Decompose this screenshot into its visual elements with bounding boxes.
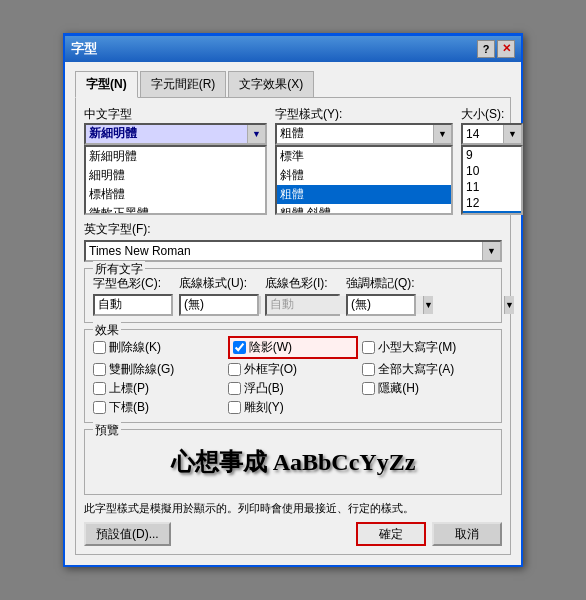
help-button[interactable]: ? — [477, 40, 495, 58]
shadow-checkbox-item[interactable]: 陰影(W) — [228, 336, 359, 359]
english-font-label: 英文字型(F): — [84, 221, 502, 238]
emphasis-input[interactable] — [348, 296, 504, 314]
size-option-14[interactable]: 14 — [463, 211, 521, 215]
ok-button[interactable]: 確定 — [356, 522, 426, 546]
emphasis-dropdown-btn[interactable]: ▼ — [504, 296, 514, 314]
chinese-font-combo[interactable]: ▼ — [84, 123, 267, 145]
emboss-checkbox-item[interactable]: 浮凸(B) — [228, 380, 359, 397]
strikethrough-checkbox[interactable] — [93, 341, 106, 354]
font-size-label: 大小(S): — [461, 107, 504, 121]
emphasis-combo[interactable]: ▼ — [346, 294, 416, 316]
cancel-button[interactable]: 取消 — [432, 522, 502, 546]
chinese-font-option[interactable]: 標楷體 — [86, 185, 265, 204]
engrave-label: 雕刻(Y) — [244, 399, 284, 416]
small-caps-checkbox-item[interactable]: 小型大寫字(M) — [362, 336, 493, 359]
font-style-combo[interactable]: ▼ — [275, 123, 453, 145]
shadow-checkbox[interactable] — [233, 341, 246, 354]
style-option[interactable]: 粗體 斜體 — [277, 204, 451, 215]
underline-color-label: 底線色彩(I): — [265, 275, 340, 292]
chinese-font-listbox[interactable]: 新細明體 細明體 標楷體 微軟正黑體 — [84, 145, 267, 215]
title-bar-buttons: ? ✕ — [477, 40, 515, 58]
font-size-listbox[interactable]: 9 10 11 12 14 — [461, 145, 523, 215]
chinese-font-option[interactable]: 微軟正黑體 — [86, 204, 265, 215]
strikethrough-checkbox-item[interactable]: 刪除線(K) — [93, 336, 224, 359]
shadow-label: 陰影(W) — [249, 339, 292, 356]
hidden-checkbox-item[interactable]: 隱藏(H) — [362, 380, 493, 397]
hidden-label: 隱藏(H) — [378, 380, 419, 397]
superscript-checkbox[interactable] — [93, 382, 106, 395]
font-style-dropdown-btn[interactable]: ▼ — [433, 125, 451, 143]
underline-style-combo[interactable]: ▼ — [179, 294, 259, 316]
tab-bar: 字型(N) 字元間距(R) 文字效果(X) — [75, 70, 511, 97]
font-color-group: 字型色彩(C): ▼ — [93, 275, 173, 316]
double-strikethrough-checkbox-item[interactable]: 雙刪除線(G) — [93, 361, 224, 378]
chevron-down-icon: ▼ — [252, 129, 261, 139]
chinese-font-option[interactable]: 新細明體 — [86, 147, 265, 166]
style-option[interactable]: 標準 — [277, 147, 451, 166]
tab-content: 中文字型 ▼ 新細明體 細明體 標楷體 微軟正黑體 字型樣式(Y): — [75, 97, 511, 555]
font-size-input[interactable] — [463, 125, 503, 143]
small-caps-label: 小型大寫字(M) — [378, 339, 456, 356]
font-style-group: 字型樣式(Y): ▼ 標準 斜體 粗體 粗體 斜體 — [275, 106, 453, 215]
tab-font[interactable]: 字型(N) — [75, 71, 138, 98]
engrave-checkbox[interactable] — [228, 401, 241, 414]
strikethrough-label: 刪除線(K) — [109, 339, 161, 356]
outline-checkbox-item[interactable]: 外框字(O) — [228, 361, 359, 378]
emphasis-group: 強調標記(Q): ▼ — [346, 275, 416, 316]
effects-section-title: 效果 — [93, 322, 121, 339]
style-option-bold[interactable]: 粗體 — [277, 185, 451, 204]
font-dialog: 字型 ? ✕ 字型(N) 字元間距(R) 文字效果(X) 中文字型 ▼ — [63, 33, 523, 567]
english-font-dropdown-btn[interactable]: ▼ — [482, 242, 500, 260]
buttons-row: 預設值(D)... 確定 取消 — [84, 522, 502, 546]
chevron-down-icon: ▼ — [438, 129, 447, 139]
dialog-content: 字型(N) 字元間距(R) 文字效果(X) 中文字型 ▼ 新細明體 細 — [65, 62, 521, 565]
size-option[interactable]: 10 — [463, 163, 521, 179]
emboss-label: 浮凸(B) — [244, 380, 284, 397]
preview-section: 預覽 心想事成 AaBbCcYyZz — [84, 429, 502, 495]
font-style-input[interactable] — [277, 125, 433, 143]
effects-placeholder — [362, 399, 493, 416]
superscript-label: 上標(P) — [109, 380, 149, 397]
subscript-label: 下標(B) — [109, 399, 149, 416]
close-button[interactable]: ✕ — [497, 40, 515, 58]
size-option[interactable]: 11 — [463, 179, 521, 195]
size-option[interactable]: 12 — [463, 195, 521, 211]
chinese-font-option[interactable]: 細明體 — [86, 166, 265, 185]
effects-grid: 刪除線(K) 陰影(W) 小型大寫字(M) 雙刪除線(G) — [93, 336, 493, 416]
font-size-combo[interactable]: ▼ — [461, 123, 523, 145]
tab-text-effects[interactable]: 文字效果(X) — [228, 71, 314, 98]
font-size-dropdown-btn[interactable]: ▼ — [503, 125, 521, 143]
chinese-font-dropdown-btn[interactable]: ▼ — [247, 125, 265, 143]
all-caps-checkbox[interactable] — [362, 363, 375, 376]
default-button[interactable]: 預設值(D)... — [84, 522, 171, 546]
all-text-row: 字型色彩(C): ▼ 底線樣式(U): ▼ — [93, 275, 493, 316]
chinese-font-input[interactable] — [86, 125, 247, 143]
subscript-checkbox[interactable] — [93, 401, 106, 414]
english-font-input[interactable] — [86, 242, 482, 260]
all-caps-checkbox-item[interactable]: 全部大寫字(A) — [362, 361, 493, 378]
all-text-section: 所有文字 字型色彩(C): ▼ 底線樣式(U): — [84, 268, 502, 323]
hidden-checkbox[interactable] — [362, 382, 375, 395]
underline-color-combo[interactable]: ▼ — [265, 294, 340, 316]
title-bar: 字型 ? ✕ — [65, 36, 521, 62]
font-style-label: 字型樣式(Y): — [275, 107, 342, 121]
size-option[interactable]: 9 — [463, 147, 521, 163]
font-style-listbox[interactable]: 標準 斜體 粗體 粗體 斜體 — [275, 145, 453, 215]
style-option[interactable]: 斜體 — [277, 166, 451, 185]
english-font-combo[interactable]: ▼ — [84, 240, 502, 262]
font-color-combo[interactable]: ▼ — [93, 294, 173, 316]
underline-style-group: 底線樣式(U): ▼ — [179, 275, 259, 316]
small-caps-checkbox[interactable] — [362, 341, 375, 354]
subscript-checkbox-item[interactable]: 下標(B) — [93, 399, 224, 416]
double-strikethrough-checkbox[interactable] — [93, 363, 106, 376]
font-size-group: 大小(S): ▼ 9 10 11 12 14 — [461, 106, 523, 215]
hint-text: 此字型樣式是模擬用於顯示的。列印時會使用最接近、行定的樣式。 — [84, 501, 502, 516]
outline-checkbox[interactable] — [228, 363, 241, 376]
emboss-checkbox[interactable] — [228, 382, 241, 395]
engrave-checkbox-item[interactable]: 雕刻(Y) — [228, 399, 359, 416]
underline-style-label: 底線樣式(U): — [179, 275, 259, 292]
underline-color-group: 底線色彩(I): ▼ — [265, 275, 340, 316]
superscript-checkbox-item[interactable]: 上標(P) — [93, 380, 224, 397]
all-text-section-title: 所有文字 — [93, 261, 145, 278]
tab-spacing[interactable]: 字元間距(R) — [140, 71, 227, 98]
